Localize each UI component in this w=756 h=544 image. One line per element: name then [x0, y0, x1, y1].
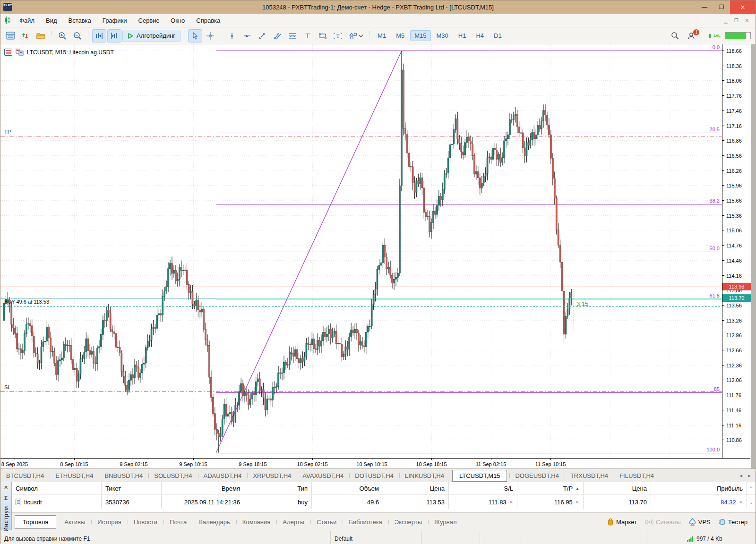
col-header-Цена[interactable]: Цена: [383, 482, 449, 494]
menu-Справка[interactable]: Справка: [190, 17, 226, 24]
shapes-tool[interactable]: [346, 29, 366, 42]
symbol-tab-LINKUSDT,H4[interactable]: LINKUSDT,H4: [399, 470, 450, 482]
chart-close-icon[interactable]: ✕: [745, 18, 749, 23]
symbol-tab-SOLUSDT,H4[interactable]: SOLUSDT,H4: [148, 470, 198, 482]
table-scroll-up-icon[interactable]: ⌃: [747, 482, 756, 494]
new-chart-button[interactable]: [3, 29, 17, 42]
col-header-S/L[interactable]: S/L: [449, 482, 517, 494]
toolbox-tab-Календарь[interactable]: Календарь: [193, 515, 236, 529]
toolbox-tab-Статьи[interactable]: Статьи: [310, 515, 343, 529]
col-header-Прибыль[interactable]: Прибыль: [651, 482, 747, 494]
text-tool[interactable]: T: [301, 29, 315, 42]
symbol-tab-LTCUSDT,M15[interactable]: LTCUSDT,M15: [452, 470, 507, 482]
vps-button[interactable]: VPS: [687, 518, 713, 526]
toolbox-tab-Журнал[interactable]: Журнал: [428, 515, 463, 529]
status-profile[interactable]: Default: [331, 531, 422, 544]
label-tool[interactable]: T: [331, 29, 345, 42]
minimize-button[interactable]: —: [696, 0, 713, 14]
open-folder-button[interactable]: [34, 29, 48, 42]
symbol-tab-BNBUSDT,H4[interactable]: BNBUSDT,H4: [99, 470, 148, 482]
rectangle-tool[interactable]: [316, 29, 330, 42]
chart-shift-button[interactable]: [107, 29, 121, 42]
toolbox-tab-Активы[interactable]: Активы: [58, 515, 91, 529]
app-logo-icon: PX BT: [3, 3, 12, 11]
col-header-Время[interactable]: Время: [162, 482, 244, 494]
timeframe-D1[interactable]: D1: [490, 30, 506, 41]
symbol-tab-XRPUSDT,H4[interactable]: XRPUSDT,H4: [247, 470, 297, 482]
close-button[interactable]: ✕: [730, 0, 756, 14]
chart-canvas[interactable]: TPSLBUY 49.6 at 113.530.020.538.250.061.…: [0, 44, 756, 468]
toolbox-tab-Эксперты[interactable]: Эксперты: [388, 515, 428, 529]
toolbox-tab-Торговля[interactable]: Торговля: [15, 515, 56, 529]
toolbox-close-icon[interactable]: ✕: [4, 484, 8, 491]
search-button[interactable]: [668, 29, 682, 42]
toolbox-tab-Алерты[interactable]: Алерты: [276, 515, 310, 529]
symbol-tab-BTCUSDT,H4[interactable]: BTCUSDT,H4: [0, 470, 50, 482]
symbol-tab-TRXUSDT,H4[interactable]: TRXUSDT,H4: [565, 470, 614, 482]
col-header-Тип[interactable]: Тип: [244, 482, 312, 494]
fib-level-label: 100.0: [706, 447, 720, 452]
zoom-in-button[interactable]: [55, 29, 69, 42]
timeframe-M15[interactable]: M15: [410, 30, 430, 41]
horizontal-line-tool[interactable]: [240, 29, 254, 42]
menu-Графики[interactable]: Графики: [97, 17, 133, 24]
col-header-Объем[interactable]: Объем: [312, 482, 383, 494]
signals-button[interactable]: Сигналы: [643, 518, 683, 526]
symbol-tab-ADAUSDT,H4[interactable]: ADAUSDT,H4: [198, 470, 248, 482]
tabs-scroll-left-icon[interactable]: ◂: [739, 472, 742, 479]
algotrading-button[interactable]: Алготрейдинг: [122, 30, 180, 42]
remove-tp-icon[interactable]: ✕: [576, 500, 579, 505]
trendline-tool[interactable]: [255, 29, 269, 42]
menu-Окно[interactable]: Окно: [165, 17, 190, 24]
zoom-out-button[interactable]: [70, 29, 85, 42]
chart-restore-icon[interactable]: ❐: [734, 18, 739, 23]
menu-Файл[interactable]: Файл: [14, 17, 40, 24]
position-row[interactable]: ltcusdt35307362025.09.11 14:21:36buy49.6…: [12, 495, 756, 509]
remove-profit-icon[interactable]: ✕: [739, 500, 743, 505]
lvl-indicator[interactable]: LVL: [707, 33, 721, 38]
date-label: 8 Sep 2025: [1, 461, 28, 467]
toolbox-tab-Библиотека[interactable]: Библиотека: [343, 515, 388, 529]
toolbox-tab-История[interactable]: История: [91, 515, 127, 529]
table-scroll-down-icon[interactable]: ⌄: [747, 495, 756, 509]
account-button[interactable]: 1: [683, 29, 700, 42]
timeframe-M5[interactable]: M5: [392, 30, 409, 41]
channel-tool[interactable]: [270, 29, 284, 42]
toolbox-sum-icon[interactable]: Σ: [4, 495, 8, 502]
one-click-trading-icon[interactable]: [4, 49, 12, 56]
auto-scroll-button[interactable]: [92, 29, 106, 42]
timeframe-H4[interactable]: H4: [472, 30, 488, 41]
symbol-tab-DOTUSDT,H4[interactable]: DOTUSDT,H4: [349, 470, 399, 482]
timeframe-M1[interactable]: M1: [373, 30, 390, 41]
toolbox-tab-Почта[interactable]: Почта: [163, 515, 193, 529]
status-connection[interactable]: 997 / 4 Kb: [646, 531, 756, 544]
toolbox-tab-Компания[interactable]: Компания: [236, 515, 277, 529]
menu-Сервис[interactable]: Сервис: [133, 17, 165, 24]
date-axis[interactable]: 8 Sep 20258 Sep 18:159 Sep 02:159 Sep 10…: [1, 458, 566, 467]
symbol-tab-ETHUSDT,H4[interactable]: ETHUSDT,H4: [50, 470, 99, 482]
restore-button[interactable]: ❐: [713, 0, 730, 14]
menu-Вид[interactable]: Вид: [40, 17, 63, 24]
vertical-line-tool[interactable]: [225, 29, 239, 42]
col-header-Цена[interactable]: Цена: [584, 482, 651, 494]
market-button[interactable]: Маркет: [605, 518, 639, 526]
col-header-Символ[interactable]: Символ: [12, 482, 102, 494]
symbol-tab-AVAXUSDT,H4[interactable]: AVAXUSDT,H4: [297, 470, 349, 482]
depth-of-market-icon[interactable]: [16, 49, 24, 56]
remove-sl-icon[interactable]: ✕: [509, 500, 513, 505]
menu-Вставка[interactable]: Вставка: [63, 17, 97, 24]
fibonacci-tool[interactable]: [285, 29, 300, 42]
toolbox-tab-Новости[interactable]: Новости: [128, 515, 163, 529]
tick-chart-button[interactable]: [18, 29, 33, 42]
tester-button[interactable]: Тестер: [716, 518, 750, 526]
chart-minimize-icon[interactable]: ▁: [724, 18, 728, 23]
timeframe-M30[interactable]: M30: [432, 30, 453, 41]
symbol-tab-DOGEUSDT,H4[interactable]: DOGEUSDT,H4: [509, 470, 564, 482]
symbol-tab-FILUSDT,H4[interactable]: FILUSDT,H4: [614, 470, 660, 482]
tabs-scroll-right-icon[interactable]: ▸: [748, 472, 751, 479]
crosshair-button[interactable]: [203, 29, 217, 42]
timeframe-H1[interactable]: H1: [454, 30, 471, 41]
col-header-Тикет[interactable]: Тикет: [102, 482, 162, 494]
cursor-button[interactable]: [188, 29, 202, 42]
col-header-T/P[interactable]: T/P▲: [517, 482, 584, 494]
